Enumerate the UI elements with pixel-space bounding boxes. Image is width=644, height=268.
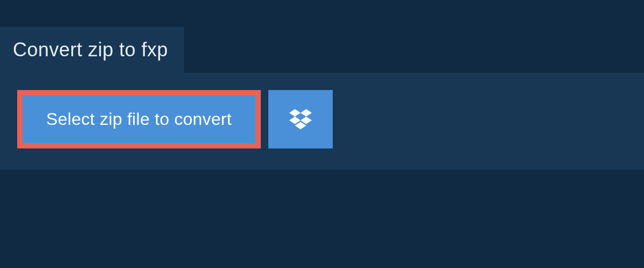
select-file-label: Select zip file to convert xyxy=(46,109,232,129)
page-title: Convert zip to fxp xyxy=(13,39,168,61)
button-row: Select zip file to convert xyxy=(17,90,627,148)
dropbox-button[interactable] xyxy=(268,90,333,148)
upload-panel: Select zip file to convert xyxy=(0,73,644,170)
select-file-button[interactable]: Select zip file to convert xyxy=(17,90,261,148)
dropbox-icon xyxy=(289,107,312,132)
page-header-tab: Convert zip to fxp xyxy=(0,27,184,73)
